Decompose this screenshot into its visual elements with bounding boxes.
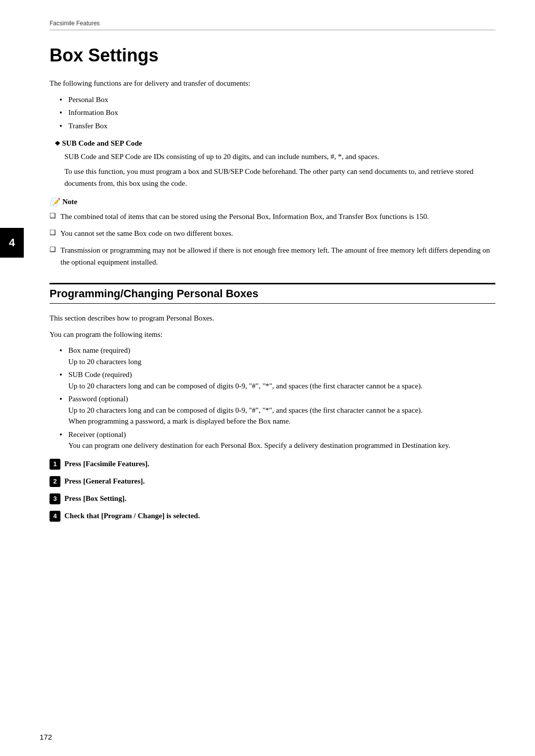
step-text-4: Check that [Program / Change] is selecte… bbox=[64, 510, 200, 522]
step-number-1: 1 bbox=[50, 459, 60, 470]
list-item: Transfer Box bbox=[59, 120, 495, 132]
step-number-2: 2 bbox=[50, 476, 60, 487]
note-section: 📝 Note The combined total of items that … bbox=[50, 197, 495, 268]
page-title: Box Settings bbox=[50, 45, 495, 66]
section-heading: Programming/Changing Personal Boxes bbox=[50, 283, 495, 304]
step-4: 4 Check that [Program / Change] is selec… bbox=[50, 510, 495, 522]
step-text-1: Press [Facsimile Features]. bbox=[64, 458, 149, 470]
list-item: SUB Code (required) Up to 20 characters … bbox=[59, 369, 495, 391]
note-item: Transmission or programming may not be a… bbox=[50, 244, 495, 268]
section-intro2: You can program the following items: bbox=[50, 329, 495, 340]
header-label: Facsimile Features bbox=[50, 20, 100, 27]
step-2: 2 Press [General Features]. bbox=[50, 476, 495, 487]
sub-sep-heading: SUB Code and SEP Code bbox=[54, 139, 495, 148]
step-3: 3 Press [Box Setting]. bbox=[50, 493, 495, 504]
intro-bullet-list: Personal Box Information Box Transfer Bo… bbox=[59, 94, 495, 132]
sub-sep-paragraph2: To use this function, you must program a… bbox=[64, 165, 495, 189]
note-heading: 📝 Note bbox=[50, 197, 495, 207]
sub-sep-paragraph1: SUB Code and SEP Code are IDs consisting… bbox=[64, 151, 495, 162]
list-item: Receiver (optional) You can program one … bbox=[59, 429, 495, 451]
list-item: Information Box bbox=[59, 107, 495, 118]
note-item: You cannot set the same Box code on two … bbox=[50, 227, 495, 239]
note-item: The combined total of items that can be … bbox=[50, 211, 495, 222]
section-intro1: This section describes how to program Pe… bbox=[50, 313, 495, 324]
list-item: Box name (required) Up to 20 characters … bbox=[59, 345, 495, 367]
step-number-3: 3 bbox=[50, 493, 60, 504]
note-icon: 📝 bbox=[50, 197, 59, 207]
list-item: Password (optional) Up to 20 characters … bbox=[59, 393, 495, 427]
step-number-4: 4 bbox=[50, 511, 60, 522]
list-item: Personal Box bbox=[59, 94, 495, 106]
step-text-3: Press [Box Setting]. bbox=[64, 493, 126, 504]
step-1: 1 Press [Facsimile Features]. bbox=[50, 458, 495, 470]
page-number: 172 bbox=[40, 733, 52, 741]
intro-text: The following functions are for delivery… bbox=[50, 78, 495, 89]
sub-sep-section: SUB Code and SEP Code SUB Code and SEP C… bbox=[54, 139, 495, 189]
chapter-tab: 4 bbox=[0, 228, 24, 258]
step-text-2: Press [General Features]. bbox=[64, 476, 145, 487]
page-header: Facsimile Features bbox=[50, 20, 495, 30]
program-bullet-list: Box name (required) Up to 20 characters … bbox=[59, 345, 495, 451]
